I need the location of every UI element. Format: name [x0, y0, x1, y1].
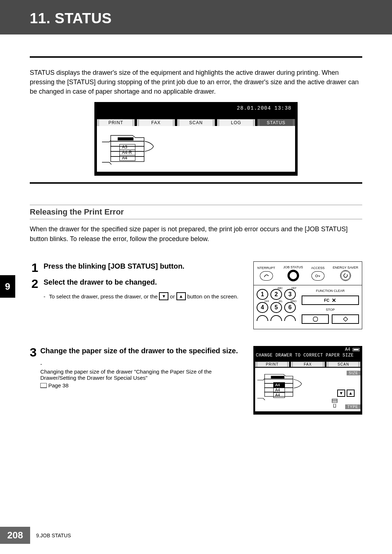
- page-footer: 208 9.JOB STATUS: [0, 527, 71, 544]
- stop-label: STOP: [302, 308, 359, 311]
- step-3-sub-text: Changing the paper size of the drawer "C…: [40, 368, 247, 381]
- fig2-tab-print[interactable]: PRINT: [255, 362, 289, 367]
- fig2-tab-fax[interactable]: FAX: [291, 362, 325, 367]
- key-4[interactable]: 4GHI: [257, 302, 268, 313]
- tab-print[interactable]: PRINT: [97, 119, 135, 126]
- step-1-title: Press the blinking [JOB STATUS] button.: [44, 261, 184, 271]
- panel-energy-saver: ENERGY SAVER: [333, 266, 358, 281]
- fig2-type-button[interactable]: TYPE: [345, 404, 360, 409]
- step-1: 1 Press the blinking [JOB STATUS] button…: [30, 261, 247, 274]
- svg-rect-0: [118, 138, 133, 140]
- key-9[interactable]: WXYZ: [284, 315, 296, 321]
- access-button[interactable]: [311, 271, 324, 281]
- key-1[interactable]: 1: [257, 289, 268, 300]
- figure-control-panel: NTERRUPT JOB STATUS ACCESS: [253, 261, 362, 329]
- panel-interrupt: NTERRUPT: [257, 266, 275, 281]
- arrow-up-icon[interactable]: ▲: [176, 292, 186, 300]
- panel-access: ACCESS: [311, 266, 324, 281]
- step-3-number: 3: [30, 346, 37, 358]
- svg-rect-15: [332, 399, 337, 403]
- fig2-arrow-up[interactable]: ▲: [347, 390, 355, 397]
- svg-rect-9: [354, 349, 359, 350]
- interrupt-button[interactable]: [260, 271, 273, 281]
- fig2-paper-stack-icon: [331, 398, 338, 408]
- chapter-side-tab: 9: [0, 275, 15, 298]
- svg-rect-13: [265, 388, 293, 392]
- step-2-sub: - To select the drawer, press the drawer…: [44, 292, 238, 300]
- step-3-sub: - Changing the paper size of the drawer …: [40, 361, 247, 388]
- status-body: A3 A4-R A4: [97, 126, 295, 172]
- chapter-title: 11. STATUS: [30, 10, 362, 27]
- step-2: 2 Select the drawer to be changed. - To …: [30, 277, 247, 300]
- arrow-down-icon[interactable]: ▼: [159, 292, 168, 300]
- step-2-sub-mid: or: [170, 293, 175, 300]
- tab-log[interactable]: LOG: [217, 119, 255, 126]
- status-tab-row: PRINT FAX SCAN LOG STATUS: [95, 119, 297, 126]
- function-clear-label: FUNCTION CLEAR: [302, 289, 359, 293]
- step-1-number: 1: [30, 261, 40, 274]
- start-button[interactable]: [332, 314, 359, 324]
- step-2-title: Select the drawer to be changed.: [44, 277, 238, 287]
- stop-octagon-icon: [313, 316, 318, 322]
- svg-rect-10: [271, 376, 284, 378]
- divider-top: [30, 56, 362, 58]
- step-2-sub-suffix: button on the screen.: [187, 293, 238, 300]
- key-3[interactable]: 3DEF: [284, 289, 296, 300]
- svg-rect-18: [334, 404, 336, 407]
- status-datetime: 28.01.2004 13:38: [95, 102, 297, 119]
- key-icon: [315, 274, 321, 278]
- fig2-message: CHANGE DRAWER TO CORRECT PAPER SIZE: [254, 353, 362, 359]
- step-3: 3 Change the paper size of the drawer to…: [30, 346, 247, 388]
- tab-status[interactable]: STATUS: [257, 119, 295, 126]
- key-5[interactable]: 5JKL: [270, 302, 282, 313]
- step-2-number: 2: [30, 277, 40, 290]
- svg-point-5: [315, 275, 318, 277]
- figure-change-drawer-screen: A4 CHANGE DRAWER TO CORRECT PAPER SIZE P…: [253, 346, 362, 415]
- clear-icon: [331, 298, 336, 303]
- svg-marker-7: [343, 317, 348, 321]
- keypad: 1 2ABC 3DEF 4GHI 5JKL 6MNO PQRS TUV WXYZ: [257, 289, 296, 326]
- start-diamond-icon: [343, 316, 348, 322]
- interrupt-icon: [263, 274, 270, 278]
- page-number: 208: [0, 527, 30, 544]
- svg-rect-11: [265, 379, 293, 383]
- function-clear-button[interactable]: FC: [302, 296, 359, 305]
- key-2[interactable]: 2ABC: [270, 289, 282, 300]
- fig2-printer-icon: [257, 369, 315, 406]
- paper-orientation-icon: [352, 348, 360, 351]
- intro-paragraph: STATUS displays the drawer's size of the…: [30, 68, 362, 96]
- fig2-arrow-down[interactable]: ▼: [337, 390, 345, 397]
- job-status-button[interactable]: [287, 270, 299, 281]
- step-3-title: Change the paper size of the drawer to t…: [40, 346, 247, 356]
- tab-fax[interactable]: FAX: [137, 119, 175, 126]
- bullet-dash-3: -: [40, 361, 42, 367]
- key-7[interactable]: PQRS: [257, 315, 268, 321]
- drawer-label-1: A3: [119, 144, 135, 150]
- fig2-size-indicator: A4: [345, 347, 350, 352]
- stop-button[interactable]: [302, 314, 329, 324]
- tab-scan[interactable]: SCAN: [177, 119, 215, 126]
- bullet-dash: -: [44, 293, 45, 300]
- key-6[interactable]: 6MNO: [284, 302, 296, 313]
- fig2-tab-scan[interactable]: SCAN: [326, 362, 360, 367]
- drawer-label-2: A4-R: [119, 150, 135, 155]
- svg-rect-14: [265, 392, 293, 396]
- panel-job-status: JOB STATUS: [283, 265, 303, 281]
- svg-marker-6: [313, 317, 318, 321]
- fig2-size-button[interactable]: SIZE: [347, 371, 360, 375]
- footer-chapter-label: 9.JOB STATUS: [36, 533, 71, 538]
- section-intro: When the drawer for the specified size p…: [30, 224, 362, 244]
- step-3-page-ref: Page 38: [48, 382, 69, 388]
- chapter-header: 11. STATUS: [0, 0, 392, 34]
- svg-rect-12: [265, 383, 293, 388]
- key-8[interactable]: TUV: [270, 315, 282, 321]
- book-icon: [40, 383, 47, 388]
- section-title: Releasing the Print Error: [30, 205, 362, 219]
- figure-status-screen: 28.01.2004 13:38 PRINT FAX SCAN LOG STAT…: [94, 102, 298, 176]
- energy-saver-button[interactable]: [340, 270, 351, 281]
- divider-after-figure: [30, 182, 362, 184]
- steps-list: 1 Press the blinking [JOB STATUS] button…: [30, 261, 362, 415]
- step-2-sub-prefix: To select the drawer, press the drawer, …: [49, 293, 158, 300]
- drawer-label-3: A4: [119, 155, 135, 161]
- energy-icon: [343, 273, 348, 278]
